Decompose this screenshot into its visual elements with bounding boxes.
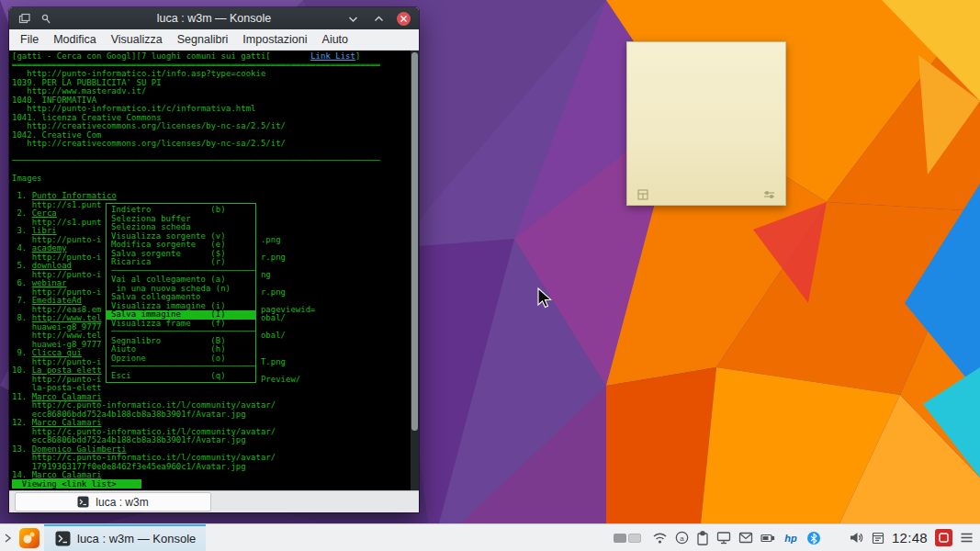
task-button-konsole[interactable]: luca : w3m — Konsole — [44, 524, 206, 551]
close-button[interactable] — [397, 12, 411, 26]
menu-item[interactable]: Indietro (b) — [107, 206, 255, 215]
menu-item[interactable]: Vai al collegamento (a) — [107, 276, 255, 285]
titlebar[interactable]: luca : w3m — Konsole — [9, 7, 419, 29]
terminal-line — [12, 166, 419, 175]
app-launcher-icon[interactable] — [15, 524, 44, 551]
panel-expand-icon[interactable] — [0, 524, 15, 551]
menu-item[interactable]: Modifica sorgente (e) — [107, 241, 255, 250]
menu-item[interactable]: Salva immagine (I) — [107, 310, 255, 320]
terminal-scrollbar[interactable] — [411, 51, 419, 490]
hp-printer-icon[interactable]: hp — [783, 532, 799, 545]
menubar-segnalibri[interactable]: Segnalibri — [170, 31, 236, 48]
menu-item[interactable]: Visualizza frame (f) — [107, 320, 255, 329]
menubar-impostazioni[interactable]: Impostazioni — [235, 31, 314, 48]
menu-item[interactable]: Opzione (o) — [107, 354, 255, 364]
menubar-visualizza[interactable]: Visualizza — [104, 31, 170, 48]
clock[interactable]: 12:48 — [892, 530, 928, 545]
panel-hamburger-icon[interactable] — [960, 532, 974, 544]
menu-item[interactable]: Seleziona scheda — [107, 223, 255, 232]
sticky-note-widget[interactable] — [626, 41, 786, 206]
battery-icon[interactable] — [760, 534, 775, 543]
window-menu-icon[interactable] — [17, 11, 31, 26]
red-tray-icon[interactable] — [935, 529, 952, 546]
display-icon[interactable] — [716, 531, 731, 545]
terminal-line: http://creativecommons.org/licenses/by-n… — [12, 140, 419, 149]
menu-item[interactable]: Segnalibro (B) — [107, 337, 255, 346]
menu-item[interactable]: Ricarica (r) — [107, 258, 255, 267]
note-format-icon[interactable] — [637, 189, 648, 200]
system-tray: a hp 12:48 — [614, 524, 980, 551]
tab-luca-w3m[interactable]: luca : w3m — [15, 492, 211, 512]
menubar-modifica[interactable]: Modifica — [46, 31, 104, 48]
w3m-context-menu: Indietro (b)Seleziona bufferSeleziona sc… — [106, 203, 256, 383]
mouse-cursor — [537, 287, 554, 309]
note-settings-icon[interactable] — [763, 189, 775, 200]
clipboard-icon[interactable] — [696, 531, 709, 545]
calendar-icon[interactable] — [872, 531, 884, 545]
terminal-view[interactable]: [gatti - Cerca con Googl][7 luoghi comun… — [9, 51, 419, 490]
terminal-line: Images — [12, 174, 419, 184]
menu-item[interactable]: Aiuto (h) — [107, 345, 255, 354]
bluetooth-icon[interactable] — [806, 531, 821, 545]
minimize-button[interactable] — [345, 11, 360, 26]
menu-item[interactable]: in una nuova scheda (n) — [107, 285, 255, 294]
status-notifier-icon[interactable]: a — [675, 531, 689, 545]
menu-item[interactable]: Salva collegamento — [107, 293, 255, 302]
terminal-line: Viewing <link list> — [12, 480, 419, 489]
terminal-tab-icon — [77, 496, 89, 508]
tab-bar: luca : w3m — [9, 490, 419, 512]
virtual-desktop-pager[interactable] — [614, 534, 641, 543]
pin-icon[interactable] — [38, 11, 52, 26]
menu-item[interactable]: Esci (q) — [107, 372, 255, 381]
menu-item[interactable]: Salva sorgente ($) — [107, 250, 255, 259]
menubar-file[interactable]: File — [13, 31, 46, 48]
menubar-aiuto[interactable]: Aiuto — [315, 31, 356, 48]
konsole-icon — [55, 531, 71, 546]
scrollbar-handle[interactable] — [411, 52, 418, 431]
menu-separator: ───────────────────────────── — [107, 267, 255, 276]
menu-item[interactable]: Seleziona buffer — [107, 215, 255, 224]
maximize-button[interactable] — [371, 11, 386, 26]
menubar: File Modifica Visualizza Segnalibri Impo… — [9, 29, 419, 51]
taskbar: luca : w3m — Konsole a hp — [0, 523, 980, 551]
terminal-line: ────────────────────────────────────────… — [12, 157, 419, 166]
volume-icon[interactable] — [849, 531, 864, 545]
mail-icon[interactable] — [738, 532, 753, 544]
wifi-icon[interactable] — [652, 531, 668, 545]
menu-separator: ───────────────────────────── — [107, 363, 255, 372]
task-label: luca : w3m — Konsole — [77, 532, 196, 545]
konsole-window: luca : w3m — Konsole File Modifica Visua… — [9, 7, 419, 512]
menu-item[interactable]: Visualizza immagine (i) — [107, 302, 255, 311]
tab-label: luca : w3m — [96, 496, 148, 509]
svg-text:hp: hp — [784, 533, 797, 544]
menu-separator: ───────────────────────────── — [107, 328, 255, 337]
menu-item[interactable]: Visualizza sorgente (v) — [107, 232, 255, 242]
svg-text:a: a — [680, 534, 684, 543]
